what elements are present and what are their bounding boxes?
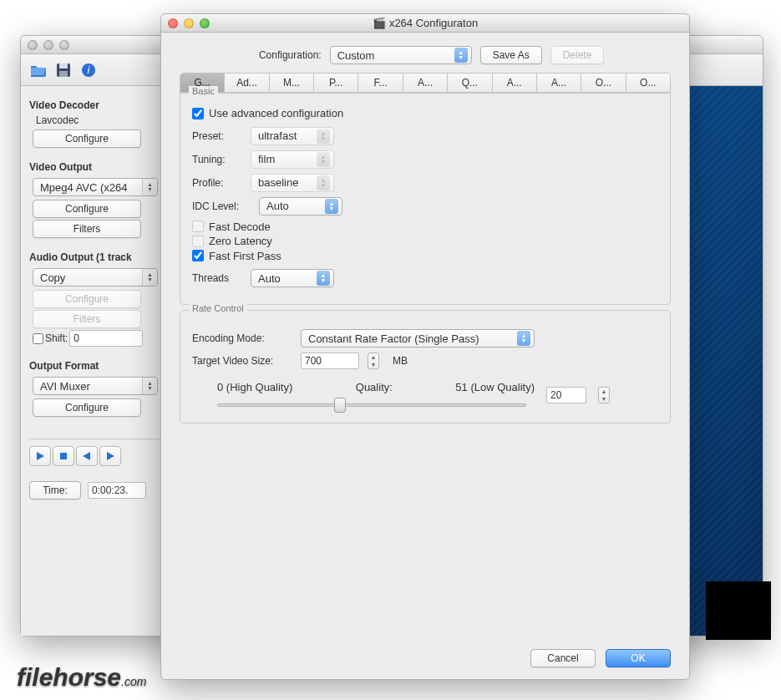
audio-output-codec-value: Copy [40, 271, 65, 284]
target-size-stepper[interactable]: ▲▼ [368, 353, 379, 369]
basic-group: Basic Use advanced configuration Preset:… [180, 93, 671, 305]
time-input[interactable] [88, 482, 146, 499]
tab-1[interactable]: Ad... [225, 74, 269, 92]
zoom-icon[interactable] [59, 40, 69, 50]
zero-latency-checkbox: Zero Latency [192, 235, 272, 247]
play-button[interactable] [29, 446, 51, 466]
idc-select[interactable]: Auto▲▼ [259, 197, 342, 216]
dialog-titlebar[interactable]: 🎬x264 Configuraton [161, 14, 689, 33]
audio-output-codec-select[interactable]: Copy▲▼ [33, 268, 158, 287]
idc-value: Auto [266, 200, 289, 212]
save-disk-icon[interactable] [54, 61, 73, 79]
threads-label: Threads [192, 272, 242, 284]
x264-config-dialog: 🎬x264 Configuraton Configuration: Custom… [160, 13, 690, 680]
tab-2[interactable]: M... [270, 74, 314, 92]
fast-first-pass-label: Fast First Pass [209, 250, 281, 262]
info-icon[interactable]: i [79, 61, 98, 79]
configuration-value: Custom [337, 49, 375, 62]
next-button[interactable] [99, 446, 121, 466]
use-advanced-checkbox[interactable]: Use advanced configuration [192, 107, 343, 119]
video-decoder-codec: Lavcodec [36, 114, 161, 126]
video-decoder-configure-button[interactable]: Configure [33, 129, 141, 148]
ok-button[interactable]: OK [606, 649, 671, 667]
target-size-input[interactable] [301, 353, 359, 369]
preview-overlay-black [706, 581, 771, 640]
tuning-select: film▲▼ [251, 150, 334, 169]
tab-4[interactable]: F... [358, 74, 403, 92]
shift-input[interactable] [69, 330, 143, 347]
video-output-configure-button[interactable]: Configure [33, 200, 141, 218]
audio-output-filters-button[interactable]: Filters [33, 310, 141, 328]
output-format-configure-button[interactable]: Configure [33, 398, 141, 417]
minimize-icon[interactable] [184, 18, 194, 28]
zoom-icon[interactable] [200, 18, 210, 28]
video-output-codec-value: Mpeg4 AVC (x264 [40, 181, 128, 194]
threads-value: Auto [258, 272, 281, 285]
fast-decode-label: Fast Decode [209, 221, 271, 233]
video-output-codec-select[interactable]: Mpeg4 AVC (x264▲▼ [33, 178, 158, 196]
video-decoder-heading: Video Decoder [29, 99, 161, 111]
quality-slider[interactable] [217, 403, 526, 407]
config-tabs: G...Ad...M...P...F...A...Q...A...A...O..… [180, 73, 671, 93]
tab-10[interactable]: O... [626, 74, 670, 92]
minimize-icon[interactable] [43, 40, 53, 50]
open-folder-icon[interactable] [29, 61, 48, 79]
close-icon[interactable] [168, 18, 178, 28]
output-format-select[interactable]: AVI Muxer▲▼ [33, 377, 158, 395]
audio-output-heading: Audio Output (1 track [29, 251, 161, 263]
threads-select[interactable]: Auto▲▼ [251, 269, 334, 287]
use-advanced-label: Use advanced configuration [209, 107, 343, 119]
prev-button[interactable] [76, 446, 98, 466]
zero-latency-label: Zero Latency [209, 235, 272, 247]
quality-low-label: 0 (High Quality) [217, 381, 292, 393]
quality-stepper[interactable]: ▲▼ [598, 387, 610, 403]
target-size-label: Target Video Size: [192, 355, 292, 367]
time-button[interactable]: Time: [29, 481, 81, 500]
clapperboard-icon: 🎬 [373, 17, 386, 29]
audio-output-configure-button[interactable]: Configure [33, 290, 141, 308]
stop-button[interactable] [53, 446, 74, 466]
save-as-button[interactable]: Save As [480, 46, 542, 64]
tab-9[interactable]: O... [581, 74, 626, 92]
profile-value: baseline [258, 176, 298, 189]
fast-decode-checkbox: Fast Decode [192, 221, 271, 233]
encoding-mode-value: Constant Rate Factor (Single Pass) [308, 332, 479, 345]
fast-first-pass-checkbox[interactable]: Fast First Pass [192, 250, 281, 262]
encoding-mode-select[interactable]: Constant Rate Factor (Single Pass)▲▼ [301, 329, 535, 347]
video-output-filters-button[interactable]: Filters [33, 220, 141, 238]
preset-value: ultrafast [258, 129, 297, 142]
tab-6[interactable]: Q... [448, 74, 492, 92]
rate-legend: Rate Control [189, 303, 247, 313]
configuration-label: Configuration: [246, 49, 322, 61]
traffic-lights [28, 40, 69, 50]
dialog-title: 🎬x264 Configuraton [161, 17, 689, 29]
shift-checkbox[interactable] [33, 333, 43, 344]
profile-label: Profile: [192, 177, 242, 189]
shift-label: Shift: [45, 332, 68, 344]
output-format-heading: Output Format [29, 360, 161, 372]
tuning-label: Tuning: [192, 154, 242, 165]
playback-controls [29, 446, 161, 466]
preset-select: ultrafast▲▼ [251, 127, 334, 145]
preset-label: Preset: [192, 130, 242, 142]
encoding-mode-label: Encoding Mode: [192, 332, 292, 344]
rate-control-group: Rate Control Encoding Mode:Constant Rate… [180, 310, 671, 424]
svg-rect-1 [59, 63, 68, 68]
quality-value-input[interactable] [546, 387, 586, 403]
tab-5[interactable]: A... [403, 74, 448, 92]
video-output-heading: Video Output [29, 161, 161, 173]
output-format-value: AVI Muxer [40, 380, 90, 393]
delete-button: Delete [550, 46, 605, 64]
close-icon[interactable] [28, 40, 38, 50]
tab-8[interactable]: A... [537, 74, 581, 92]
quality-high-label: 51 (Low Quality) [455, 381, 535, 393]
configuration-select[interactable]: Custom▲▼ [330, 46, 472, 64]
sidebar: Video Decoder Lavcodec Configure Video O… [21, 86, 167, 636]
cancel-button[interactable]: Cancel [530, 649, 596, 667]
tab-3[interactable]: P... [314, 74, 358, 92]
tab-7[interactable]: A... [493, 74, 537, 92]
svg-rect-5 [60, 453, 67, 459]
basic-legend: Basic [189, 86, 218, 96]
tuning-value: film [258, 153, 275, 165]
profile-select: baseline▲▼ [251, 174, 334, 192]
